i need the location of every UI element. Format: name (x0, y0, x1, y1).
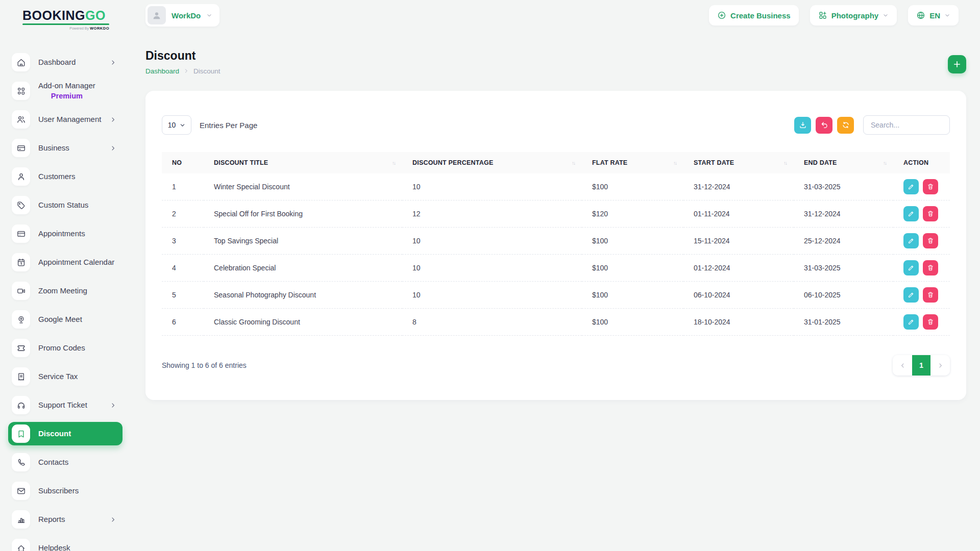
pencil-icon (908, 237, 915, 244)
trash-icon (927, 318, 934, 325)
sidebar-item-contacts[interactable]: Contacts (8, 448, 122, 477)
reset-button[interactable] (816, 117, 832, 134)
sidebar-item-service-tax[interactable]: Service Tax (8, 362, 122, 391)
phone-icon (12, 453, 30, 471)
delete-button[interactable] (923, 260, 938, 276)
table-row: 5 Seasonal Photography Discount 10 $100 … (162, 282, 950, 309)
sidebar-item-addon-manager[interactable]: Add-on ManagerPremium (8, 77, 122, 105)
sidebar-item-user-management[interactable]: User Management (8, 105, 122, 134)
workspace-avatar (148, 6, 166, 24)
workspace-selector[interactable]: WorkDo (145, 4, 219, 27)
mail-icon (12, 482, 30, 500)
table-row: 1 Winter Special Discount 10 $100 31-12-… (162, 173, 950, 201)
edit-button[interactable] (903, 314, 919, 330)
breadcrumb-dashboard-link[interactable]: Dashboard (145, 67, 179, 75)
sort-icon[interactable]: ↑↓ (883, 160, 886, 166)
add-discount-button[interactable] (948, 55, 966, 73)
delete-button[interactable] (923, 287, 938, 303)
create-business-button[interactable]: Create Business (709, 5, 799, 26)
entries-per-page-select[interactable]: 10 (162, 115, 191, 135)
sidebar-item-dashboard[interactable]: Dashboard (8, 48, 122, 77)
pencil-icon (908, 264, 915, 271)
download-icon (799, 121, 807, 129)
discount-table-card: 10 Entries Per Page (145, 91, 966, 400)
trash-icon (927, 237, 934, 244)
edit-button[interactable] (903, 206, 919, 221)
export-button[interactable] (794, 117, 811, 134)
home-icon (12, 53, 30, 71)
edit-button[interactable] (903, 233, 919, 248)
page-title: Discount (145, 49, 195, 63)
sidebar-item-customers[interactable]: Customers (8, 162, 122, 191)
sidebar-item-google-meet[interactable]: Google Meet (8, 305, 122, 334)
language-selector[interactable]: EN (908, 5, 959, 26)
user-icon (12, 167, 30, 186)
pagination-next-button[interactable] (930, 355, 950, 375)
search-input[interactable] (863, 115, 950, 135)
delete-button[interactable] (923, 179, 938, 194)
pencil-icon (908, 210, 915, 217)
chevron-right-icon (110, 516, 116, 523)
brand-logo: BOOKINGGO Powered By WORKDO (22, 8, 109, 31)
pagination: 1 (893, 355, 950, 375)
col-header-flat-rate[interactable]: FLAT RATE↑↓ (582, 152, 683, 173)
table-row: 3 Top Savings Special 10 $100 15-11-2024… (162, 228, 950, 255)
pencil-icon (908, 318, 915, 325)
sidebar-item-support-ticket[interactable]: Support Ticket (8, 391, 122, 419)
pagination-page-1[interactable]: 1 (912, 355, 930, 375)
sidebar: BOOKINGGO Powered By WORKDO Dashboard Ad… (0, 0, 130, 551)
sidebar-item-promo-codes[interactable]: Promo Codes (8, 334, 122, 362)
users-icon (12, 110, 30, 129)
sidebar-item-custom-status[interactable]: Custom Status (8, 191, 122, 219)
business-type-selector[interactable]: Photography (810, 5, 897, 26)
col-header-end-date[interactable]: END DATE↑↓ (794, 152, 893, 173)
edit-button[interactable] (903, 260, 919, 276)
helpdesk-icon (12, 539, 30, 551)
sidebar-item-business[interactable]: Business (8, 134, 122, 162)
pencil-icon (908, 291, 915, 298)
trash-icon (927, 210, 934, 217)
sidebar-item-helpdesk[interactable]: Helpdesk (8, 534, 122, 551)
sort-icon[interactable]: ↑↓ (392, 160, 395, 166)
chevron-left-icon (899, 362, 906, 369)
sort-icon[interactable]: ↑↓ (673, 160, 676, 166)
brand-logo-text: BOOKINGGO (22, 8, 109, 22)
plus-icon (952, 60, 962, 69)
delete-button[interactable] (923, 233, 938, 248)
delete-button[interactable] (923, 314, 938, 330)
sidebar-item-subscribers[interactable]: Subscribers (8, 477, 122, 505)
sort-icon[interactable]: ↑↓ (572, 160, 575, 166)
pencil-icon (908, 183, 915, 190)
chevron-down-icon (180, 122, 185, 128)
receipt-icon (12, 367, 30, 386)
edit-button[interactable] (903, 287, 919, 303)
sidebar-item-zoom-meeting[interactable]: Zoom Meeting (8, 277, 122, 305)
col-header-discount-title[interactable]: DISCOUNT TITLE↑↓ (204, 152, 402, 173)
trash-icon (927, 264, 934, 271)
discount-table: NO DISCOUNT TITLE↑↓ DISCOUNT PERCENTAGE↑… (162, 152, 950, 336)
sidebar-item-appointment-calendar[interactable]: Appointment Calendar (8, 248, 122, 277)
workspace-name: WorkDo (172, 11, 201, 20)
sidebar-item-reports[interactable]: Reports (8, 505, 122, 534)
table-row: 4 Celebration Special 10 $100 01-12-2024… (162, 255, 950, 282)
delete-button[interactable] (923, 206, 938, 221)
sort-icon[interactable]: ↑↓ (783, 160, 787, 166)
sidebar-item-appointments[interactable]: Appointments (8, 219, 122, 248)
col-header-no: NO (162, 152, 204, 173)
chevron-right-icon (184, 67, 189, 75)
chevron-down-icon (944, 12, 950, 18)
bookmark-icon (12, 424, 30, 443)
edit-button[interactable] (903, 179, 919, 194)
table-row: 2 Special Off for First Booking 12 $120 … (162, 201, 950, 228)
ticket-icon (12, 339, 30, 357)
pagination-prev-button[interactable] (893, 355, 912, 375)
sidebar-item-discount[interactable]: Discount (8, 419, 122, 448)
col-header-discount-percentage[interactable]: DISCOUNT PERCENTAGE↑↓ (402, 152, 582, 173)
chevron-down-icon (883, 12, 889, 18)
chevron-right-icon (110, 145, 116, 152)
chevron-right-icon (110, 116, 116, 123)
webcam-icon (12, 310, 30, 329)
col-header-start-date[interactable]: START DATE↑↓ (683, 152, 794, 173)
refresh-button[interactable] (837, 117, 854, 134)
apps-icon (12, 82, 30, 100)
